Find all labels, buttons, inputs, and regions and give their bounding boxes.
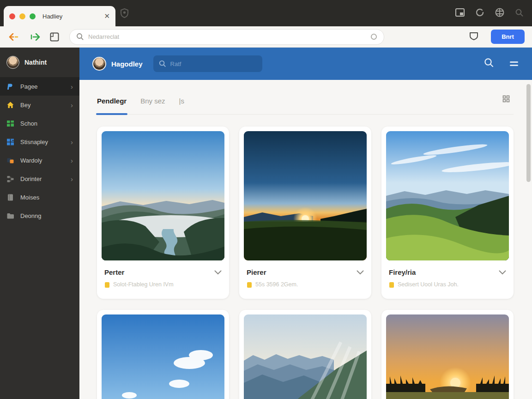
card-image-sunset-field-trees[interactable] — [386, 314, 509, 399]
badge-icon — [104, 282, 110, 288]
sidebar-item-label: Bey — [20, 102, 71, 109]
content: PendlegrBny sez|s Perter Solot-Ftableg U… — [79, 93, 532, 399]
sidebar-item-bey[interactable]: Bey › — [0, 96, 79, 114]
card-subtitle: Sedisert Uool Uras Joh. — [398, 281, 459, 288]
sidebar-user[interactable]: Nathint — [0, 48, 79, 77]
main-area: Hagodley Ratf PendlegrBny sez|s — [79, 48, 532, 399]
header-avatar[interactable] — [92, 57, 106, 71]
card-title: Pierer — [247, 268, 357, 276]
photo-card[interactable] — [97, 310, 229, 399]
shield-icon[interactable] — [120, 8, 129, 20]
sidebar-item-deonng[interactable]: Deonng — [0, 206, 79, 225]
card-subtitle: Solot-Ftableg Uren IVm — [113, 281, 174, 288]
search-icon[interactable] — [484, 58, 494, 70]
tab-3[interactable]: |s — [179, 97, 184, 114]
nodes-gray-icon — [6, 175, 14, 183]
sidebar-item-moises[interactable]: Moises — [0, 188, 79, 206]
url-text: Nedarreclat — [88, 33, 370, 40]
reader-ring-icon[interactable] — [370, 33, 377, 40]
chevron-right-icon: › — [71, 138, 73, 146]
photo-card[interactable]: Pierer 55s 3596 2Gem. — [239, 127, 371, 299]
chevron-right-icon: › — [71, 83, 73, 91]
sidebar-item-stisnapley[interactable]: Stisnapley › — [0, 133, 79, 151]
app-header: Hagodley Ratf — [79, 48, 532, 80]
home-yellow-icon — [6, 101, 14, 109]
forward-button[interactable] — [29, 33, 41, 41]
refresh-icon[interactable] — [475, 8, 484, 19]
sidebar-item-label: Pagee — [20, 83, 71, 90]
zoom-window-button[interactable] — [30, 13, 36, 19]
sidebar-item-label: Schon — [20, 120, 73, 127]
sidebar-item-label: Deonng — [20, 212, 73, 219]
sidebar-item-dorinter[interactable]: Dorinter › — [0, 169, 79, 188]
card-image-misty-ridges[interactable] — [244, 314, 367, 399]
url-bar[interactable]: Nedarreclat — [69, 29, 384, 45]
card-image-sunset-sun-rays[interactable] — [244, 131, 367, 260]
photo-card[interactable] — [381, 310, 514, 399]
sidebar-user-name: Nathint — [24, 59, 47, 66]
search-placeholder: Ratf — [170, 60, 181, 67]
search-icon — [159, 60, 166, 67]
search-icon[interactable] — [515, 8, 524, 19]
sidebar-item-schon[interactable]: Schon — [0, 114, 79, 133]
grid-green-icon — [6, 120, 14, 127]
tab-title: Hadliey — [42, 13, 104, 20]
badge-icon — [247, 282, 252, 288]
photo-card[interactable] — [239, 310, 371, 399]
browser-tab[interactable]: Hadliey ✕ — [4, 6, 115, 26]
close-window-button[interactable] — [9, 13, 15, 19]
app-name: Hagodley — [111, 60, 143, 68]
browser-titlebar: Hadliey ✕ — [0, 0, 532, 26]
card-title: Firey/ria — [389, 268, 499, 276]
extensions-icon[interactable] — [495, 7, 505, 19]
header-search-input[interactable]: Ratf — [153, 55, 262, 72]
tab-2[interactable]: Bny sez — [140, 97, 165, 114]
heart-icon[interactable] — [469, 31, 479, 42]
scrollbar-thumb[interactable] — [526, 84, 531, 182]
browser-window: Hadliey ✕ Nedarreclat — [0, 0, 532, 399]
sidebar: Nathint Pagee › Bey › Schon Stisnapley ›… — [0, 48, 79, 399]
book-gray-icon — [6, 193, 14, 201]
browser-toolbar: Nedarreclat Bnrt — [0, 26, 532, 48]
card-image-valley-river[interactable] — [102, 131, 224, 260]
app-frame: Nathint Pagee › Bey › Schon Stisnapley ›… — [0, 48, 532, 399]
sidebar-item-label: Dorinter — [20, 175, 71, 182]
chevron-down-icon[interactable] — [357, 270, 364, 275]
badge-icon — [389, 282, 394, 288]
card-subtitle: 55s 3596 2Gem. — [255, 281, 298, 288]
back-button[interactable] — [8, 33, 20, 41]
card-title: Perter — [104, 268, 214, 276]
menu-icon[interactable] — [510, 60, 518, 68]
url-search-icon — [76, 33, 84, 41]
avatar — [6, 56, 19, 69]
chevron-right-icon: › — [71, 157, 73, 164]
minimize-window-button[interactable] — [19, 13, 25, 19]
card-image-green-hills[interactable] — [386, 131, 509, 260]
pip-icon[interactable] — [455, 7, 465, 19]
chevron-right-icon: › — [71, 101, 73, 109]
flag-blue-icon — [6, 83, 14, 91]
photo-card[interactable]: Perter Solot-Ftableg Uren IVm — [97, 127, 229, 299]
grid-view-icon[interactable] — [502, 95, 510, 104]
folder-gray-icon — [6, 212, 14, 220]
chevron-down-icon[interactable] — [499, 270, 506, 275]
content-tabs: PendlegrBny sez|s — [97, 93, 514, 115]
squares-orange-icon — [6, 157, 14, 164]
sidebar-item-label: Wardoly — [20, 157, 71, 164]
sidebar-toggle-icon[interactable] — [50, 32, 59, 42]
sidebar-item-pagee[interactable]: Pagee › — [0, 77, 79, 96]
tab-close-icon[interactable]: ✕ — [104, 12, 110, 20]
sidebar-item-wardoly[interactable]: Wardoly › — [0, 151, 79, 169]
tab-1[interactable]: Pendlegr — [97, 97, 127, 114]
photo-card[interactable]: Firey/ria Sedisert Uool Uras Joh. — [381, 127, 514, 299]
sidebar-item-label: Stisnapley — [20, 139, 71, 145]
sidebar-nav: Pagee › Bey › Schon Stisnapley › Wardoly… — [0, 77, 79, 225]
card-grid: Perter Solot-Ftableg Uren IVm Pierer 55s… — [97, 127, 514, 399]
browser-action-button[interactable]: Bnrt — [491, 30, 525, 44]
chevron-down-icon[interactable] — [214, 270, 222, 275]
chevron-right-icon: › — [71, 175, 73, 183]
grid-blue-icon — [6, 138, 14, 146]
sidebar-item-label: Moises — [20, 194, 73, 201]
card-image-field-clouds[interactable] — [102, 314, 224, 399]
